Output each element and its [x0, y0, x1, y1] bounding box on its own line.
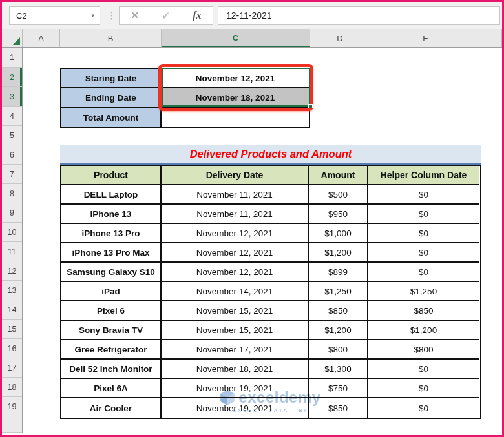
- table-title[interactable]: Delivered Products and Amount: [60, 145, 481, 165]
- row-header-14[interactable]: 14: [2, 300, 22, 320]
- row-header-18[interactable]: 18: [2, 378, 22, 397]
- cell-amount[interactable]: $850: [309, 398, 368, 418]
- cell-amount[interactable]: $1,000: [309, 224, 368, 243]
- header-amount[interactable]: Amount: [309, 166, 368, 185]
- cell-amount[interactable]: $850: [309, 301, 368, 321]
- cell-product[interactable]: iPhone 13 Pro: [61, 224, 162, 243]
- formula-input[interactable]: 12-11-2021: [218, 6, 500, 25]
- cell-product[interactable]: Dell 52 Inch Monitor: [61, 360, 162, 379]
- cell-helper[interactable]: $0: [368, 224, 479, 243]
- name-box[interactable]: C2 ▾: [9, 6, 100, 25]
- cell-date[interactable]: November 15, 2021: [162, 301, 309, 321]
- header-delivery-date[interactable]: Delivery Date: [162, 166, 309, 185]
- row-header-6[interactable]: 6: [2, 145, 22, 165]
- formula-value: 12-11-2021: [218, 10, 272, 21]
- row-header-13[interactable]: 13: [2, 281, 22, 300]
- cell-b3-label[interactable]: Ending Date: [61, 88, 162, 108]
- cell-date[interactable]: November 11, 2021: [162, 185, 309, 205]
- row-header-11[interactable]: 11: [2, 242, 22, 261]
- column-header-a[interactable]: A: [23, 29, 60, 47]
- cell-product[interactable]: iPhone 13: [61, 205, 162, 224]
- column-headers: A B C D E: [2, 29, 502, 48]
- insert-function-icon[interactable]: fx: [193, 10, 201, 21]
- cell-date[interactable]: November 12, 2021: [162, 224, 309, 243]
- formula-buttons: ✕ ✓ fx: [119, 6, 213, 25]
- name-box-value[interactable]: C2: [10, 11, 91, 21]
- row-header-15[interactable]: 15: [2, 320, 22, 339]
- cell-product[interactable]: DELL Laptop: [61, 185, 162, 205]
- cell-helper[interactable]: $0: [368, 243, 479, 263]
- cell-helper[interactable]: $0: [368, 205, 479, 224]
- cell-product[interactable]: Samsung Galaxy S10: [61, 263, 162, 282]
- column-header-c-selected[interactable]: C: [162, 29, 310, 47]
- cell-product[interactable]: Pixel 6A: [61, 379, 162, 398]
- cell-date[interactable]: November 18, 2021: [162, 360, 309, 379]
- cell-date[interactable]: November 12, 2021: [162, 263, 309, 282]
- cell-product[interactable]: Gree Refrigerator: [61, 340, 162, 360]
- cell-date[interactable]: November 11, 2021: [162, 205, 309, 224]
- cell-product[interactable]: Air Cooler: [61, 398, 162, 418]
- excel-window: C2 ▾ ⋮ ✕ ✓ fx 12-11-2021 A B C D E 1 2 3…: [0, 0, 504, 437]
- cell-helper[interactable]: $0: [368, 398, 479, 418]
- row-header-8[interactable]: 8: [2, 184, 22, 203]
- header-helper-column-date[interactable]: Helper Column Date: [368, 166, 479, 185]
- cell-date[interactable]: November 15, 2021: [162, 321, 309, 340]
- cell-product[interactable]: Sony Bravia TV: [61, 321, 162, 340]
- formula-bar-strip: C2 ▾ ⋮ ✕ ✓ fx 12-11-2021: [2, 2, 502, 29]
- cell-helper[interactable]: $0: [368, 379, 479, 398]
- row-header-12[interactable]: 12: [2, 261, 22, 281]
- sheet-area: Staring Date November 12, 2021 Ending Da…: [23, 48, 502, 437]
- cell-amount[interactable]: $800: [309, 340, 368, 360]
- fill-handle[interactable]: [308, 104, 313, 108]
- cell-amount[interactable]: $1,200: [309, 321, 368, 340]
- row-header-17[interactable]: 17: [2, 358, 22, 378]
- row-header-4[interactable]: 4: [2, 107, 22, 126]
- cell-helper[interactable]: $850: [368, 301, 479, 321]
- red-annotation-box: [158, 64, 313, 111]
- cell-helper[interactable]: $0: [368, 263, 479, 282]
- cell-date[interactable]: November 19, 2021: [162, 379, 309, 398]
- row-header-1[interactable]: 1: [2, 48, 22, 68]
- cell-date[interactable]: November 17, 2021: [162, 340, 309, 360]
- cell-product[interactable]: iPad: [61, 282, 162, 301]
- cell-helper[interactable]: $1,250: [368, 282, 479, 301]
- row-header-16[interactable]: 16: [2, 339, 22, 358]
- cell-amount[interactable]: $950: [309, 205, 368, 224]
- cell-helper[interactable]: $0: [368, 360, 479, 379]
- row-header-9[interactable]: 9: [2, 203, 22, 223]
- cell-amount[interactable]: $750: [309, 379, 368, 398]
- cell-helper[interactable]: $0: [368, 185, 479, 205]
- cell-b4-label[interactable]: Total Amount: [61, 108, 162, 127]
- row-header-partial[interactable]: [2, 416, 22, 433]
- column-header-e[interactable]: E: [370, 29, 481, 47]
- select-all-triangle-icon: [12, 37, 20, 45]
- row-header-3-selected[interactable]: 3: [2, 87, 22, 107]
- header-product[interactable]: Product: [61, 166, 162, 185]
- column-header-partial[interactable]: [481, 29, 502, 47]
- cell-amount[interactable]: $1,200: [309, 243, 368, 263]
- row-header-19[interactable]: 19: [2, 397, 22, 416]
- cell-helper[interactable]: $1,200: [368, 321, 479, 340]
- column-header-b[interactable]: B: [60, 29, 162, 47]
- row-header-5[interactable]: 5: [2, 126, 22, 145]
- row-header-7[interactable]: 7: [2, 165, 22, 184]
- row-header-10[interactable]: 10: [2, 223, 22, 242]
- row-headers: 1 2 3 4 5 6 7 8 9 10 11 12 13 14 15 16 1…: [2, 48, 23, 433]
- cell-product[interactable]: iPhone 13 Pro Max: [61, 243, 162, 263]
- cell-amount[interactable]: $899: [309, 263, 368, 282]
- cell-b2-label[interactable]: Staring Date: [61, 69, 162, 88]
- chevron-down-icon[interactable]: ▾: [91, 12, 100, 19]
- cell-date[interactable]: November 12, 2021: [162, 243, 309, 263]
- row-header-2-selected[interactable]: 2: [2, 68, 22, 87]
- cell-date[interactable]: November 14, 2021: [162, 282, 309, 301]
- cell-date[interactable]: November 19, 2021: [162, 398, 309, 418]
- column-header-d[interactable]: D: [310, 29, 370, 47]
- cancel-icon[interactable]: ✕: [131, 10, 139, 21]
- cell-amount[interactable]: $1,250: [309, 282, 368, 301]
- cell-amount[interactable]: $1,300: [309, 360, 368, 379]
- cell-amount[interactable]: $500: [309, 185, 368, 205]
- cell-helper[interactable]: $800: [368, 340, 479, 360]
- cell-product[interactable]: Pixel 6: [61, 301, 162, 321]
- enter-icon[interactable]: ✓: [162, 10, 170, 22]
- select-all-button[interactable]: [2, 29, 23, 47]
